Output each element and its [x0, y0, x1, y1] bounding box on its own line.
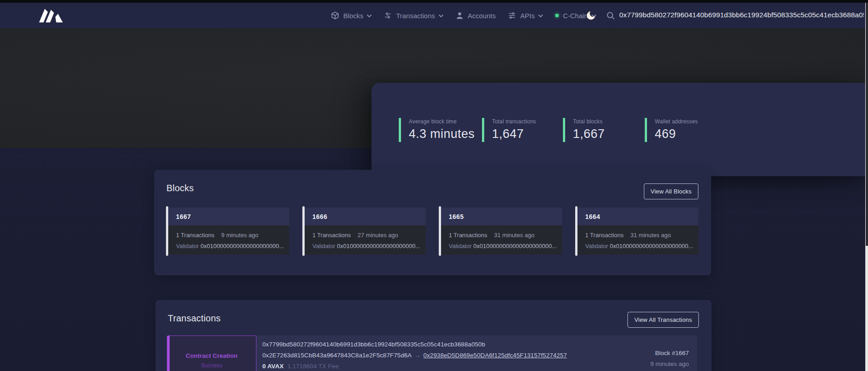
- block-number[interactable]: 1666: [312, 213, 327, 220]
- stat-value: 1,667: [573, 127, 605, 141]
- transaction-status: Success: [167, 362, 256, 369]
- search-value: 0x7799bd580272f9604140b6991d3bb6c19924bf…: [619, 11, 864, 19]
- stat-average-block-time: Average block time 4.3 minutes: [399, 118, 475, 142]
- transfer-arrows-icon: [384, 11, 392, 20]
- nav-item-apis[interactable]: APIs: [508, 11, 543, 20]
- nav-item-label: Accounts: [468, 12, 496, 20]
- nav-item-label: C-Chain: [563, 12, 588, 20]
- scrollbar-thumb[interactable]: [865, 3, 868, 246]
- block-number[interactable]: 1664: [585, 213, 600, 220]
- block-card-header: 1666: [305, 208, 426, 225]
- page: Blocks Transactions Accounts: [0, 0, 868, 371]
- block-card-body: 1 Transactions 31 minutes ago Validator …: [577, 225, 698, 254]
- block-card-body: 1 Transactions 9 minutes ago Validator 0…: [168, 225, 289, 254]
- search-input[interactable]: 0x7799bd580272f9604140b6991d3bb6c19924bf…: [619, 11, 864, 20]
- block-card-header: 1667: [168, 208, 289, 225]
- search-icon[interactable]: [607, 11, 615, 20]
- transaction-value: 0 AVAX: [262, 363, 284, 370]
- nav-item-label: APIs: [520, 12, 535, 20]
- validator-address[interactable]: 0x0100000000000000000000...: [473, 243, 557, 249]
- nav-item-transactions[interactable]: Transactions: [384, 11, 443, 20]
- transaction-type-cell[interactable]: Contract Creation Success: [167, 335, 256, 371]
- blocks-section-title: Blocks: [166, 183, 194, 193]
- block-age: 31 minutes ago: [494, 232, 535, 239]
- person-icon: [456, 11, 464, 20]
- search-bar: 0x7799bd580272f9604140b6991d3bb6c19924bf…: [607, 3, 864, 28]
- block-tx-count: 1 Transactions: [312, 232, 351, 239]
- scrollbar-track[interactable]: [865, 3, 868, 371]
- transaction-age: 9 minutes ago: [650, 361, 689, 367]
- validator-label: Validator: [312, 243, 335, 249]
- block-age: 9 minutes ago: [221, 232, 259, 239]
- block-tx-count: 1 Transactions: [585, 232, 624, 239]
- transaction-value-line: 0 AVAX1.1718604 TX Fee: [262, 363, 567, 370]
- stat-value: 469: [655, 127, 698, 141]
- block-age: 31 minutes ago: [631, 232, 671, 239]
- arrow-right-icon: →: [414, 352, 421, 359]
- stat-total-transactions: Total transactions 1,647: [482, 118, 536, 142]
- transaction-meta: Block #1667 9 minutes ago: [650, 350, 689, 367]
- chevron-down-icon: [367, 15, 371, 17]
- stat-wallet-addresses: Wallet addresses 469: [645, 118, 698, 142]
- block-card-1667[interactable]: 1667 1 Transactions 9 minutes ago Valida…: [166, 206, 289, 256]
- dark-mode-moon-icon[interactable]: [586, 10, 597, 21]
- transaction-type: Contract Creation: [167, 352, 256, 359]
- from-address[interactable]: 0x2E7263d815CbB43a9647843C8a1e2F5c87F75d…: [262, 352, 411, 359]
- block-card-1666[interactable]: 1666 1 Transactions 27 minutes ago Valid…: [302, 206, 426, 256]
- transaction-hash[interactable]: 0x7799bd580272f9604140b6991d3bb6c19924bf…: [262, 341, 567, 348]
- stat-value: 4.3 minutes: [409, 127, 475, 141]
- view-all-blocks-button[interactable]: View All Blocks: [644, 183, 698, 199]
- navbar: Blocks Transactions Accounts: [0, 3, 868, 28]
- nav-item-blocks[interactable]: Blocks: [331, 11, 371, 20]
- stat-label: Wallet addresses: [655, 118, 698, 125]
- block-card-1664[interactable]: 1664 1 Transactions 31 minutes ago Valid…: [575, 206, 698, 256]
- stat-label: Average block time: [409, 118, 475, 125]
- to-address-link[interactable]: 0x2938eD5D869e50DA6f125dfc45F13157f52742…: [423, 352, 567, 359]
- transaction-block-link[interactable]: Block #1667: [650, 350, 689, 356]
- nav-menu: Blocks Transactions Accounts: [331, 3, 596, 28]
- validator-address[interactable]: 0x0100000000000000000000...: [201, 243, 284, 249]
- transaction-fee: 1.1718604 TX Fee: [287, 363, 339, 370]
- nav-item-label: Blocks: [343, 12, 363, 20]
- hero-section: Average block time 4.3 minutes Total tra…: [0, 28, 868, 148]
- validator-label: Validator: [449, 243, 472, 249]
- chevron-down-icon: [538, 15, 543, 17]
- avalanche-logo[interactable]: [33, 9, 70, 23]
- block-card-1665[interactable]: 1665 1 Transactions 31 minutes ago Valid…: [439, 206, 562, 256]
- cube-icon: [331, 11, 339, 20]
- block-card-body: 1 Transactions 27 minutes ago Validator …: [305, 225, 426, 254]
- transaction-row: Contract Creation Success 0x7799bd580272…: [167, 335, 697, 371]
- stat-value: 1,647: [492, 127, 536, 141]
- validator-label: Validator: [176, 243, 199, 249]
- validator-address[interactable]: 0x0100000000000000000000...: [610, 243, 693, 249]
- block-number[interactable]: 1667: [176, 213, 191, 220]
- blocks-section: Blocks View All Blocks 1667 1 Transactio…: [154, 170, 711, 275]
- stat-label: Total transactions: [492, 118, 536, 125]
- block-card-body: 1 Transactions 31 minutes ago Validator …: [441, 225, 562, 254]
- stats-panel: Average block time 4.3 minutes Total tra…: [371, 83, 868, 176]
- validator-address[interactable]: 0x0100000000000000000000...: [337, 243, 421, 249]
- block-card-header: 1665: [441, 208, 562, 225]
- transaction-details: 0x7799bd580272f9604140b6991d3bb6c19924bf…: [256, 335, 697, 371]
- validator-label: Validator: [585, 243, 608, 249]
- block-tx-count: 1 Transactions: [449, 232, 487, 239]
- transaction-addresses: 0x2E7263d815CbB43a9647843C8a1e2F5c87F75d…: [262, 352, 567, 359]
- chevron-down-icon: [439, 15, 443, 17]
- block-number[interactable]: 1665: [449, 213, 464, 220]
- nav-item-accounts[interactable]: Accounts: [456, 11, 496, 20]
- stat-label: Total blocks: [573, 118, 605, 125]
- block-age: 27 minutes ago: [358, 232, 398, 239]
- chain-status-dot: [555, 14, 559, 17]
- transactions-section: Transactions View All Transactions Contr…: [156, 300, 712, 371]
- view-all-transactions-button[interactable]: View All Transactions: [627, 312, 699, 328]
- stat-total-blocks: Total blocks 1,667: [563, 118, 605, 142]
- sliders-icon: [508, 11, 516, 20]
- block-tx-count: 1 Transactions: [176, 232, 215, 239]
- block-card-header: 1664: [577, 208, 698, 225]
- block-cards-row: 1667 1 Transactions 9 minutes ago Valida…: [166, 206, 698, 256]
- transactions-section-title: Transactions: [168, 313, 221, 324]
- nav-item-label: Transactions: [396, 12, 435, 20]
